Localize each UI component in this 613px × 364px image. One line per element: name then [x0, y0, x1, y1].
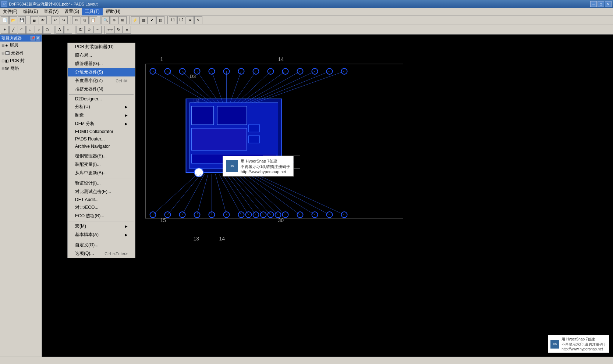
menu-tools[interactable]: 工具(T): [82, 8, 102, 15]
expand-icon-components: ⊞: [1, 51, 5, 55]
component-icon: 🔲: [5, 51, 10, 55]
close-button[interactable]: ✕: [605, 1, 612, 7]
menu-edmd[interactable]: EDMD Collaborator: [68, 128, 135, 135]
svg-line-63: [252, 71, 330, 103]
tb2-add[interactable]: +: [1, 26, 9, 34]
svg-line-77: [241, 174, 286, 215]
tb2-sep-2: [73, 26, 75, 34]
menu-compare-eco[interactable]: 对比/ECO...: [68, 203, 135, 212]
menu-options[interactable]: 选项(Q)... Ctrl+<Enter>: [68, 249, 135, 258]
tb2-arc[interactable]: ◠: [18, 26, 26, 34]
tb-preview[interactable]: 👁: [39, 16, 47, 24]
tb-zoom-fit[interactable]: ⊕: [110, 16, 118, 24]
menu-det-audit[interactable]: DET Audit...: [68, 196, 135, 203]
tb2-dim[interactable]: ↔: [64, 26, 72, 34]
svg-line-60: [241, 71, 286, 103]
menu-archive-navigator[interactable]: Archive Navigator: [68, 143, 135, 150]
tb-open[interactable]: 📂: [9, 16, 17, 24]
svg-line-64: [256, 71, 344, 103]
tb2-trace[interactable]: ~: [93, 26, 102, 34]
menu-view[interactable]: 查看(V): [41, 8, 61, 15]
menu-minimize-length[interactable]: 长度最小化(Z) Ctrl+M: [68, 76, 135, 85]
tb-select[interactable]: ↖: [194, 16, 202, 24]
tb-paste[interactable]: 📋: [89, 16, 97, 24]
svg-line-68: [197, 174, 208, 215]
maximize-button[interactable]: □: [598, 1, 604, 7]
tb-cut[interactable]: ✂: [72, 16, 80, 24]
svg-line-51: [153, 71, 208, 103]
svg-rect-43: [217, 106, 247, 125]
svg-text:14: 14: [219, 236, 225, 242]
tb2-rotate[interactable]: ↻: [114, 26, 123, 34]
tb2-text[interactable]: A: [56, 26, 64, 34]
panel-pin-btn[interactable]: 📌: [31, 36, 35, 40]
menu-eco-options[interactable]: ECO 选项(B)...: [68, 212, 135, 220]
menu-basic-script[interactable]: 基本脚本(A) ▶: [68, 231, 135, 239]
menu-copper-manager[interactable]: 覆铜管理器(E)...: [68, 152, 135, 160]
tb-zoom-area[interactable]: ⊞: [118, 16, 127, 24]
tb-save[interactable]: 💾: [18, 16, 26, 24]
tb-print[interactable]: 🖨: [30, 16, 38, 24]
tb-drc[interactable]: ✔: [148, 16, 156, 24]
svg-line-73: [227, 174, 256, 215]
menu-edit[interactable]: 编辑(E): [20, 8, 41, 15]
menu-test-point[interactable]: 对比测试点击(E)...: [68, 188, 135, 196]
tb-sep-2: [48, 16, 50, 24]
tb-undo[interactable]: ↩: [51, 16, 59, 24]
sidebar-item-layers[interactable]: ⊞ ◈ 层层: [0, 42, 42, 49]
svg-line-57: [230, 71, 241, 103]
tb2-line[interactable]: ╱: [9, 26, 17, 34]
tb2-comp[interactable]: IC: [77, 26, 85, 34]
tb-zoom-in[interactable]: 🔍: [102, 16, 110, 24]
tb-redo[interactable]: ↪: [60, 16, 68, 24]
sidebar-item-components[interactable]: ⊞ 🔲 元器件: [0, 49, 42, 57]
menu-file[interactable]: 文件(F): [0, 8, 20, 15]
menu-film-layout[interactable]: 膜布局...: [68, 51, 135, 60]
svg-text:1: 1: [160, 56, 163, 62]
tb-pour[interactable]: ▤: [156, 16, 164, 24]
tb2-mirror[interactable]: ⟺: [106, 26, 114, 34]
tb-copy[interactable]: ⎘: [81, 16, 89, 24]
menu-pcb-editor[interactable]: PCB 封装编辑器(D): [68, 43, 135, 51]
watermark-corner-text: 用 HyperSnap 7创建 不再显示水印,请购注册码于 http://www…: [561, 337, 607, 351]
toolbar-2: + ╱ ◠ □ ○ ⬡ A ↔ IC ⊙ ~ ⟺ ↻ ≡: [0, 25, 613, 35]
menu-pads-router[interactable]: PADS Router...: [68, 135, 135, 143]
tb-sep-4: [98, 16, 100, 24]
svg-text:30: 30: [278, 217, 284, 223]
tb-route[interactable]: ⚡: [131, 16, 139, 24]
tb2-poly[interactable]: ⬡: [43, 26, 51, 34]
watermark-tooltip: HS 用 HyperSnap 7创建 不再显示水印,请购注册码于 http://…: [223, 156, 294, 176]
menu-settings[interactable]: 设置(S): [61, 8, 82, 15]
svg-text:D3: D3: [190, 74, 196, 79]
menu-d2designer[interactable]: D2Designer...: [68, 95, 135, 103]
minimize-button[interactable]: ─: [590, 1, 597, 7]
menu-manufacture[interactable]: 制造 ▶: [68, 111, 135, 119]
tb2-align[interactable]: ≡: [123, 26, 131, 34]
tb-highlight[interactable]: ★: [186, 16, 194, 24]
menu-scatter-components[interactable]: 分散元器件(S): [68, 68, 135, 76]
menu-update-from-library[interactable]: 从库中更新(B)...: [68, 169, 135, 177]
menu-dfm[interactable]: DFM 分析 ▶: [68, 119, 135, 128]
menu-film-manager[interactable]: 膜管理器(G)...: [68, 60, 135, 68]
watermark-text: 用 HyperSnap 7创建 不再显示水印,请购注册码于 http://www…: [241, 158, 290, 174]
sidebar-item-nets[interactable]: ⊞ 🕸 网络: [0, 65, 42, 72]
menu-analysis[interactable]: 分析(U) ▶: [68, 103, 135, 111]
sidebar-item-pcb[interactable]: ⊞ ◧ PCB 封: [0, 57, 42, 65]
tb-layer2[interactable]: L2: [177, 16, 185, 24]
tb2-circle[interactable]: ○: [35, 26, 43, 34]
tb-sep-6: [166, 16, 168, 24]
panel-close-btn[interactable]: ✕: [36, 36, 40, 40]
menu-assembly-variant[interactable]: 装配变量(I)...: [68, 160, 135, 169]
menu-help[interactable]: 帮助(H): [103, 8, 124, 15]
tb2-via[interactable]: ⊙: [85, 26, 93, 34]
tb-sep-5: [128, 16, 130, 24]
menu-macro[interactable]: 宏(M) ▶: [68, 222, 135, 231]
tb-copper[interactable]: ▦: [139, 16, 148, 24]
menu-push-components[interactable]: 推挤元器件(N): [68, 85, 135, 93]
menu-verify-design[interactable]: 验证设计(I)...: [68, 179, 135, 188]
tb-layer1[interactable]: L1: [169, 16, 177, 24]
tb-sep-3: [69, 16, 71, 24]
menu-customize[interactable]: 自定义(G)...: [68, 241, 135, 249]
tb2-rect[interactable]: □: [26, 26, 34, 34]
tb-new[interactable]: 📄: [1, 16, 9, 24]
